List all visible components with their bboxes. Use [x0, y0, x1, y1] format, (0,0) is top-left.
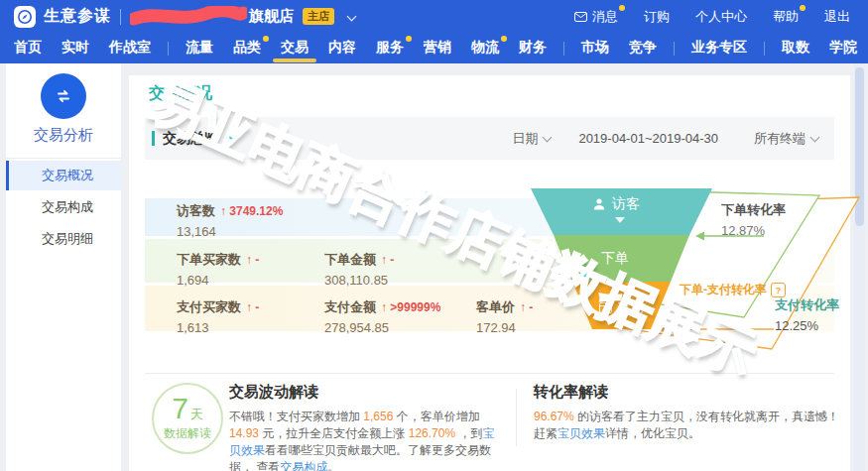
date-filter-label: 日期	[512, 131, 538, 146]
funnel-stage-visitor: 访客	[592, 195, 640, 213]
sidebar-item-trade-detail[interactable]: 交易明细	[6, 224, 121, 254]
terminal-dropdown[interactable]: 所有终端	[754, 130, 818, 148]
up-arrow-icon: >99999%	[381, 300, 440, 314]
nav-tab-data-extract[interactable]: 取数	[772, 33, 819, 63]
topbar-link-account-center[interactable]: 个人中心	[695, 8, 747, 26]
nav-tab-home[interactable]: 首页	[4, 33, 52, 63]
up-arrow-icon: -	[246, 253, 259, 267]
nav-tab-traffic[interactable]: 流量	[176, 33, 223, 63]
nav-tab-service[interactable]: 服务	[366, 33, 414, 63]
help-icon[interactable]	[771, 283, 786, 297]
nav-tab-content[interactable]: 内容	[318, 33, 366, 63]
metric-label: 支付买家数	[177, 299, 241, 314]
sycm-logo-icon[interactable]	[14, 6, 36, 28]
main-content: 交易概况 交易总览 日期 2019-04-01~2019-04-30 所有终端 …	[129, 75, 850, 471]
filter-bar: 日期 2019-04-01~2019-04-30 所有终端	[512, 130, 818, 148]
up-arrow-icon: -	[246, 300, 259, 314]
metric-order-amount[interactable]: 下单金额- 308,110.85	[324, 250, 394, 288]
funnel-stage-pay: 支付	[599, 298, 646, 316]
notification-dot	[619, 5, 625, 11]
terminal-label: 所有终端	[754, 131, 806, 146]
metric-visitors[interactable]: 访客数3749.12% 13,164	[177, 201, 283, 239]
nav-tab-war-room[interactable]: 作战室	[99, 33, 161, 63]
app-header: 生意参谋 旗舰店 主店 消息 订购 个人中心	[0, 0, 868, 63]
vertical-divider	[516, 389, 517, 446]
topbar-link-messages[interactable]: 消息	[574, 8, 618, 26]
rate-label: 支付转化率	[775, 296, 839, 314]
nav-tab-market[interactable]: 市场	[571, 33, 619, 63]
payment-card-icon	[599, 302, 612, 313]
compass-icon	[17, 9, 33, 25]
topbar: 生意参谋 旗舰店 主店 消息 订购 个人中心	[0, 0, 868, 33]
metric-label: 访客数	[177, 203, 215, 218]
mail-icon	[574, 12, 587, 22]
topbar-link-label: 帮助	[773, 8, 799, 26]
nav-tab-academy[interactable]: 学院	[819, 33, 867, 63]
metric-label: 下单金额	[324, 252, 376, 267]
topbar-link-label: 退出	[824, 8, 850, 26]
nav-divider	[563, 42, 564, 56]
section-header: 交易总览 日期 2019-04-01~2019-04-30 所有终端	[145, 117, 834, 160]
funnel-stage-label: 支付	[618, 298, 646, 316]
rate-pay-conversion: 支付转化率 12.25%	[775, 296, 839, 333]
sidebar-item-trade-composition[interactable]: 交易构成	[6, 192, 121, 222]
metric-value: 1,613	[177, 320, 259, 335]
rate-order-pay-conversion: 下单-支付转化率	[680, 282, 786, 298]
redaction-scribble	[130, 6, 247, 28]
metric-pay-buyers[interactable]: 支付买家数- 1,613	[177, 297, 259, 335]
topbar-link-logout[interactable]: 退出	[824, 8, 850, 26]
rate-value: 12.25%	[775, 318, 839, 333]
topbar-link-subscribe[interactable]: 订购	[644, 8, 670, 26]
nav-tab-business-zone[interactable]: 业务专区	[682, 33, 757, 63]
nav-tab-logistics[interactable]: 物流	[461, 33, 509, 63]
nav-tab-realtime[interactable]: 实时	[52, 33, 99, 63]
page-title: 交易概况	[149, 83, 212, 104]
up-arrow-icon: 3749.12%	[220, 204, 283, 218]
nav-divider	[168, 42, 169, 56]
up-arrow-icon: -	[381, 253, 394, 267]
sidebar-item-trade-overview[interactable]: 交易概况	[6, 161, 121, 190]
metric-pay-amount[interactable]: 支付金额>99999% 278,954.85	[324, 297, 440, 335]
trade-analysis-icon	[41, 73, 86, 119]
badge-unit: 天	[190, 406, 203, 423]
chevron-down-icon	[810, 132, 820, 142]
shop-switch-chevron-down-icon[interactable]	[342, 8, 355, 26]
funnel-stage-label: 访客	[612, 195, 640, 213]
main-shop-badge: 主店	[303, 8, 334, 25]
person-icon	[592, 197, 606, 211]
rate-order-conversion: 下单转化率 12.87%	[721, 201, 786, 238]
notification-dot	[800, 5, 806, 11]
notification-dot	[501, 36, 507, 42]
sidebar-title: 交易分析	[6, 126, 121, 145]
metric-value: 278,954.85	[324, 320, 440, 335]
nav-tab-category[interactable]: 品类	[223, 33, 271, 63]
topbar-divider	[120, 9, 121, 25]
brand-title: 生意参谋	[44, 6, 111, 27]
nav-divider	[764, 42, 765, 56]
insight-conversion: 转化率解读 96.67% 的访客看了主力宝贝，没有转化就离开，真遗憾！赶紧宝贝效…	[534, 383, 843, 442]
rate-value: 12.87%	[721, 223, 786, 238]
insight-text: 96.67% 的访客看了主力宝贝，没有转化就离开，真遗憾！赶紧宝贝效果详情，优化…	[534, 409, 843, 442]
section-accent-bar	[152, 131, 155, 146]
date-filter-dropdown[interactable]: 日期	[512, 130, 551, 148]
topbar-link-label: 个人中心	[695, 8, 747, 26]
insight-badge-7days: 7 天 数据解读	[152, 383, 223, 454]
topbar-links: 消息 订购 个人中心 帮助 退出	[549, 8, 850, 26]
funnel-stage-order: 下单	[601, 250, 629, 268]
nav-tab-trade[interactable]: 交易	[271, 33, 318, 63]
metric-value: 1,694	[177, 273, 259, 288]
notification-dot	[406, 36, 412, 42]
nav-tab-marketing[interactable]: 营销	[414, 33, 461, 63]
main-nav: 首页 实时 作战室 流量 品类 交易 内容 服务 营销 物流 财务 市场 竞争 …	[0, 33, 868, 63]
insight-text: 不错哦！支付买家数增加 1,656 个，客单价增加 14.93 元，拉升全店支付…	[229, 409, 505, 471]
metric-order-buyers[interactable]: 下单买家数- 1,694	[177, 250, 259, 288]
nav-tab-finance[interactable]: 财务	[509, 33, 557, 63]
topbar-link-help[interactable]: 帮助	[773, 8, 799, 26]
nav-tab-competition[interactable]: 竞争	[619, 33, 667, 63]
date-range-value[interactable]: 2019-04-01~2019-04-30	[578, 131, 718, 146]
insight-trade-fluctuation: 交易波动解读 不错哦！支付买家数增加 1,656 个，客单价增加 14.93 元…	[229, 383, 505, 471]
section-title: 交易总览	[163, 130, 218, 148]
nav-tab-label: 品类	[233, 39, 261, 55]
insight-title: 转化率解读	[534, 383, 843, 402]
insight-title: 交易波动解读	[229, 383, 505, 402]
